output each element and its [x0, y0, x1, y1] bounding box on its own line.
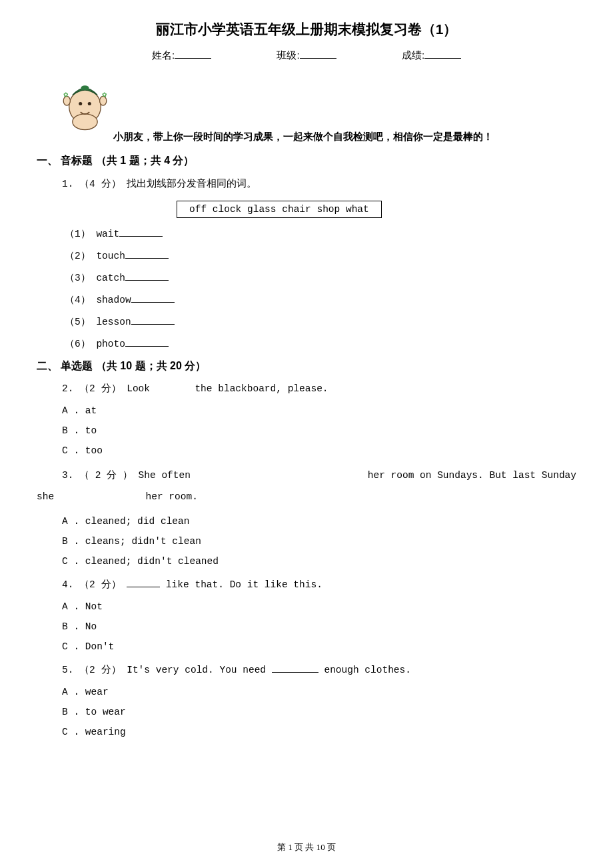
q4-opt-a[interactable]: A . Not	[62, 601, 576, 612]
mascot-row: ✿ ✿ 小朋友，带上你一段时间的学习成果，一起来做个自我检测吧，相信你一定是最棒…	[37, 75, 576, 149]
page-footer: 第 1 页 共 10 页	[0, 841, 613, 853]
q5-opt-b[interactable]: B . to wear	[62, 707, 576, 717]
student-info-line: 姓名: 班级: 成绩:	[37, 49, 576, 62]
q1-prompt: 1. （4 分） 找出划线部分发音相同的词。	[62, 175, 576, 193]
q2-opt-c[interactable]: C . too	[62, 445, 576, 456]
q4-opt-c[interactable]: C . Don't	[62, 641, 576, 652]
q4-blank[interactable]	[127, 587, 160, 587]
score-blank[interactable]	[424, 49, 461, 59]
blank-1[interactable]	[119, 236, 163, 237]
mascot-icon: ✿ ✿	[57, 75, 113, 132]
q5-text: 5. （2 分） It's very cold. You need enough…	[62, 661, 576, 679]
blank-2[interactable]	[125, 258, 169, 259]
blank-4[interactable]	[131, 302, 175, 303]
svg-text:✿: ✿	[63, 91, 69, 98]
q3-opt-a[interactable]: A . cleaned; did clean	[62, 516, 576, 527]
blank-3[interactable]	[125, 280, 169, 281]
class-blank[interactable]	[300, 49, 336, 59]
section-2-title: 二、 单选题 （共 10 题；共 20 分）	[37, 359, 576, 373]
exam-title: 丽江市小学英语五年级上册期末模拟复习卷（1）	[37, 20, 576, 39]
score-label: 成绩:	[402, 49, 424, 62]
class-label: 班级:	[277, 49, 299, 62]
word-box-row: off clock glass chair shop what	[37, 201, 576, 218]
name-label: 姓名:	[152, 49, 175, 62]
svg-text:✿: ✿	[102, 91, 107, 98]
svg-point-4	[88, 102, 91, 105]
blank-5[interactable]	[131, 324, 175, 325]
q1-item-2: （2） touch	[65, 249, 576, 262]
encouragement-text: 小朋友，带上你一段时间的学习成果，一起来做个自我检测吧，相信你一定是最棒的！	[113, 131, 493, 143]
q1-item-1: （1） wait	[65, 227, 576, 240]
q5-opt-a[interactable]: A . wear	[62, 687, 576, 697]
q3-text: 3. （ 2 分 ） She often her room on Sundays…	[37, 465, 576, 508]
q2-opt-b[interactable]: B . to	[62, 425, 576, 436]
q1-item-3: （3） catch	[65, 271, 576, 284]
word-box: off clock glass chair shop what	[177, 201, 382, 218]
q1-item-6: （6） photo	[65, 337, 576, 350]
q4-text: 4. （2 分） like that. Do it like this.	[62, 576, 576, 593]
q1-item-5: （5） lesson	[65, 315, 576, 328]
svg-point-1	[73, 114, 97, 130]
q5-blank[interactable]	[272, 672, 318, 673]
q5-opt-c[interactable]: C . wearing	[62, 727, 576, 737]
svg-point-2	[81, 85, 89, 90]
name-blank[interactable]	[175, 49, 211, 59]
q3-opt-b[interactable]: B . cleans; didn't clean	[62, 536, 576, 547]
q3-opt-c[interactable]: C . cleaned; didn't cleaned	[62, 556, 576, 567]
q2-text: 2. （2 分） Look the blackboard, please.	[62, 380, 576, 397]
section-1-title: 一、 音标题 （共 1 题；共 4 分）	[37, 154, 576, 168]
q2-opt-a[interactable]: A . at	[62, 405, 576, 416]
q4-opt-b[interactable]: B . No	[62, 621, 576, 632]
svg-point-3	[79, 102, 82, 105]
blank-6[interactable]	[125, 346, 169, 347]
q1-item-4: （4） shadow	[65, 293, 576, 306]
